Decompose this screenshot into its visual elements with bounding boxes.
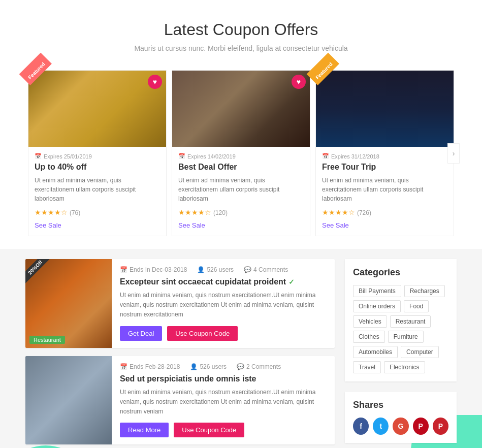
category-tag-bill-payments[interactable]: Bill Payments — [353, 285, 401, 297]
coupon-2-users: 👤 526 users — [190, 363, 227, 370]
category-tag-travel[interactable]: Travel — [353, 361, 381, 373]
category-tag-clothes[interactable]: Clothes — [353, 331, 385, 343]
coupon-item-1: 20%Off Restaurant 📅 Ends In Dec-03-2018 … — [25, 259, 335, 348]
card-2-wishlist[interactable]: ♥ — [292, 75, 306, 89]
coupon-1-users: 👤 526 users — [197, 266, 234, 273]
category-tag-food[interactable]: Food — [404, 300, 429, 312]
coupon-1-ends: 📅 Ends In Dec-03-2018 — [120, 266, 187, 273]
coupon-2-meta: 📅 Ends Feb-28-2018 👤 526 users 💬 2 Comme… — [120, 363, 327, 370]
coupon-2-desc: Ut enim ad minima veniam, quis nostrum e… — [120, 388, 327, 417]
coupon-1-comments: 💬 4 Comments — [244, 266, 288, 273]
coupon-1-body: 📅 Ends In Dec-03-2018 👤 526 users 💬 4 Co… — [112, 259, 335, 348]
coupon-1-meta: 📅 Ends In Dec-03-2018 👤 526 users 💬 4 Co… — [120, 266, 327, 273]
coupon-1-use-coupon-btn[interactable]: Use Coupon Code — [167, 326, 238, 341]
shares-icons: f t G P P — [353, 418, 448, 435]
coupon-2-ends: 📅 Ends Feb-28-2018 — [120, 363, 180, 370]
card-1-body: 📅 Expires 25/01/2019 Up to 40% off Ut en… — [28, 147, 166, 236]
category-tag-restaurant[interactable]: Restaurant — [390, 315, 431, 328]
pinterest-share-button-1[interactable]: P — [413, 418, 429, 435]
card-1-see-sale[interactable]: See Sale — [35, 221, 61, 229]
coupon-2-image — [25, 356, 112, 445]
categories-section: Categories Bill PaymentsRechargesOnline … — [345, 259, 457, 381]
coupon-list: 20%Off Restaurant 📅 Ends In Dec-03-2018 … — [25, 259, 335, 448]
card-3-image: Featured — [316, 71, 454, 147]
user-icon-c2: 👤 — [190, 363, 198, 370]
category-tag-automobiles[interactable]: Automobiles — [353, 346, 398, 358]
card-2-rating: ★★★★☆ (120) — [178, 208, 304, 216]
shares-section: Shares f t G P P — [345, 392, 457, 443]
featured-card-1: Featured ♥ 📅 Expires 25/01/2019 Up to 40… — [28, 70, 167, 236]
categories-grid: Bill PaymentsRechargesOnline ordersFoodV… — [353, 285, 448, 373]
coupon-2-body: 📅 Ends Feb-28-2018 👤 526 users 💬 2 Comme… — [112, 356, 335, 445]
page-title: Latest Coupon Offers — [10, 20, 472, 39]
card-3-see-sale[interactable]: See Sale — [322, 221, 349, 229]
card-3-title: Free Tour Trip — [322, 163, 447, 172]
card-2-expires: 📅 Expires 14/02/2019 — [178, 153, 304, 159]
twitter-share-button[interactable]: t — [373, 418, 389, 435]
google-plus-share-button[interactable]: G — [393, 418, 408, 435]
coupon-1-get-deal-btn[interactable]: Get Deal — [120, 326, 162, 341]
cal-icon-c2: 📅 — [120, 363, 127, 370]
coupon-1-title: Excepteur sint occaecat cupidatat proide… — [120, 277, 327, 286]
comment-icon-c2: 💬 — [237, 363, 244, 370]
card-1-expires: 📅 Expires 25/01/2019 — [35, 153, 160, 159]
shares-title: Shares — [353, 400, 448, 410]
calendar-icon-3: 📅 — [322, 153, 329, 159]
category-tag-furniture[interactable]: Furniture — [388, 331, 424, 343]
featured-card-2: ♥ 📅 Expires 14/02/2019 Best Deal Offer U… — [172, 70, 310, 236]
user-icon-c1: 👤 — [197, 266, 205, 273]
card-1-image: Featured ♥ — [28, 71, 166, 147]
main-content: 20%Off Restaurant 📅 Ends In Dec-03-2018 … — [0, 249, 482, 448]
comment-icon-c1: 💬 — [244, 266, 251, 273]
slider-next-button[interactable]: › — [447, 143, 460, 164]
card-2-image: ♥ — [172, 71, 310, 147]
facebook-share-button[interactable]: f — [353, 418, 369, 435]
category-tag-electronics[interactable]: Electronics — [384, 361, 425, 373]
pinterest-share-button-2[interactable]: P — [433, 418, 448, 435]
card-1-wishlist[interactable]: ♥ — [148, 75, 162, 89]
coupon-item-2: 📅 Ends Feb-28-2018 👤 526 users 💬 2 Comme… — [25, 356, 335, 445]
card-3-rating: ★★★★☆ (726) — [322, 208, 447, 216]
coupon-2-comments: 💬 2 Comments — [237, 363, 281, 370]
coupon-1-category: Restaurant — [29, 336, 65, 344]
coupon-2-read-more-btn[interactable]: Read More — [120, 423, 169, 437]
coupon-1-verified: ✓ — [288, 278, 295, 286]
coupon-2-title: Sed ut perspiciatis unde omnis iste — [120, 374, 327, 383]
card-2-body: 📅 Expires 14/02/2019 Best Deal Offer Ut … — [172, 147, 310, 236]
card-3-body: 📅 Expires 31/12/2018 Free Tour Trip Ut e… — [316, 147, 454, 236]
coupon-2-bg — [25, 356, 112, 445]
header-section: Latest Coupon Offers Mauris ut cursus nu… — [0, 0, 482, 68]
coupon-2-actions: Read More Use Coupon Code — [120, 423, 327, 437]
coupon-1-bg — [25, 259, 112, 348]
card-2-title: Best Deal Offer — [178, 163, 304, 172]
category-tag-computer[interactable]: Computer — [401, 346, 439, 358]
featured-card-3: Featured 📅 Expires 31/12/2018 Free Tour … — [315, 70, 454, 236]
card-3-desc: Ut enim ad minima veniam, quis exercitat… — [322, 176, 447, 203]
sidebar: Categories Bill PaymentsRechargesOnline … — [345, 259, 457, 448]
card-1-rating: ★★★★☆ (76) — [35, 208, 160, 216]
category-tag-online-orders[interactable]: Online orders — [353, 300, 401, 312]
page-subtitle: Mauris ut cursus nunc. Morbi eleifend, l… — [10, 44, 472, 52]
calendar-icon: 📅 — [35, 153, 42, 159]
card-2-see-sale[interactable]: See Sale — [178, 221, 205, 229]
featured-cards: Featured ♥ 📅 Expires 25/01/2019 Up to 40… — [0, 68, 482, 249]
coupon-1-image: 20%Off Restaurant — [25, 259, 112, 348]
coupon-2-use-coupon-btn[interactable]: Use Coupon Code — [174, 423, 244, 437]
card-2-desc: Ut enim ad minima veniam, quis exercitat… — [178, 176, 304, 203]
card-3-expires: 📅 Expires 31/12/2018 — [322, 153, 447, 159]
categories-title: Categories — [353, 267, 448, 278]
calendar-icon-2: 📅 — [178, 153, 185, 159]
category-tag-recharges[interactable]: Recharges — [404, 285, 445, 297]
coupon-1-actions: Get Deal Use Coupon Code — [120, 326, 327, 341]
category-tag-vehicles[interactable]: Vehicles — [353, 315, 387, 328]
cal-icon-c1: 📅 — [120, 266, 127, 273]
card-1-desc: Ut enim ad minima veniam, quis exercitat… — [35, 176, 160, 203]
coupon-1-desc: Ut enim ad minima veniam, quis nostrum e… — [120, 291, 327, 320]
card-1-title: Up to 40% off — [35, 163, 160, 172]
